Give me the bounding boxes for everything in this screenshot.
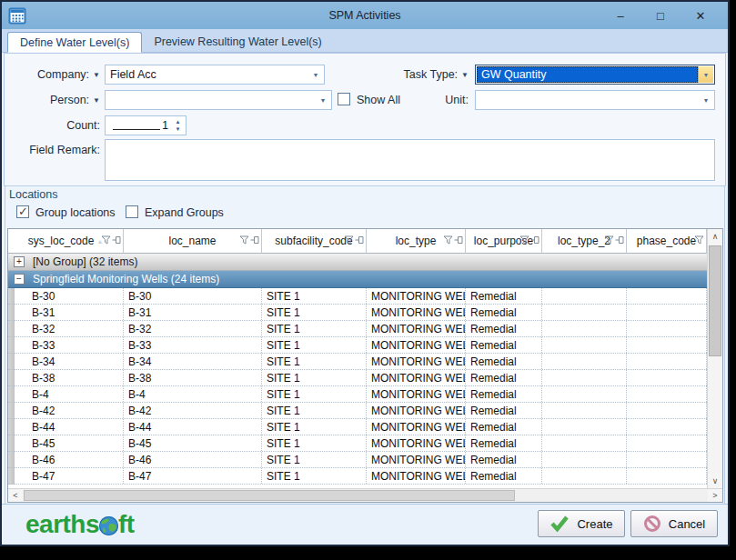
- close-button[interactable]: ✕: [681, 2, 721, 29]
- cell-loc_name: B-44: [124, 419, 262, 435]
- company-combobox[interactable]: Field Acc ▼: [105, 65, 325, 85]
- cell-loc_type: MONITORING WELL: [367, 354, 466, 369]
- cell-loc_type: MONITORING WELL: [367, 468, 466, 484]
- pin-icon[interactable]: [355, 235, 364, 247]
- location-row[interactable]: B-47B-47SITE 1MONITORING WELLRemedial: [8, 468, 707, 485]
- minimize-button[interactable]: –: [600, 2, 640, 29]
- scroll-down-icon[interactable]: ∨: [708, 474, 722, 488]
- filter-funnel-icon[interactable]: [604, 235, 614, 247]
- count-spinner[interactable]: 1 ▲ ▼: [105, 115, 187, 135]
- cell-sys_loc_code: B-4: [8, 386, 124, 402]
- column-header-sys_loc_code[interactable]: sys_loc_code▲: [8, 229, 124, 254]
- cell-subfacility_code: SITE 1: [262, 386, 367, 402]
- chevron-down-icon[interactable]: ▼: [699, 92, 713, 108]
- location-row[interactable]: B-42B-42SITE 1MONITORING WELLRemedial: [8, 403, 707, 419]
- vertical-scrollbar[interactable]: ∧ ∨: [707, 229, 722, 488]
- pin-icon[interactable]: [530, 235, 539, 247]
- column-header-loc_name[interactable]: loc_name: [124, 229, 262, 254]
- location-row[interactable]: B-38B-38SITE 1MONITORING WELLRemedial: [8, 370, 707, 386]
- person-combobox[interactable]: ▼: [105, 90, 332, 110]
- cell-subfacility_code: SITE 1: [262, 419, 367, 435]
- group-locations-checkbox[interactable]: [16, 205, 29, 218]
- filter-funnel-icon[interactable]: [101, 235, 111, 247]
- tab-define-water-levels[interactable]: Define Water Level(s): [7, 32, 142, 53]
- cell-loc_name: B-42: [124, 403, 262, 418]
- filter-funnel-icon[interactable]: [694, 235, 704, 247]
- create-button[interactable]: Create: [538, 510, 625, 537]
- horizontal-scrollbar-thumb[interactable]: [24, 490, 515, 501]
- show-all-checkbox[interactable]: [338, 93, 350, 105]
- cell-loc_purpose: Remedial: [466, 435, 542, 451]
- location-row[interactable]: B-45B-45SITE 1MONITORING WELLRemedial: [8, 435, 707, 452]
- task-type-combobox[interactable]: GW Quantity ▼: [475, 65, 715, 85]
- cell-loc_name: B-45: [124, 435, 262, 451]
- filter-funnel-icon[interactable]: [239, 235, 249, 247]
- chevron-down-icon[interactable]: ▼: [308, 66, 323, 83]
- cell-loc_name: B-31: [124, 305, 262, 320]
- expand-groups-checkbox[interactable]: [126, 205, 138, 218]
- column-header-phase_code[interactable]: phase_code: [627, 229, 707, 254]
- location-row[interactable]: B-30B-30SITE 1MONITORING WELLRemedial: [8, 288, 707, 305]
- location-row[interactable]: B-33B-33SITE 1MONITORING WELLRemedial: [8, 337, 707, 354]
- cell-loc_type: MONITORING WELL: [367, 305, 466, 320]
- chevron-down-icon[interactable]: ▼: [698, 66, 713, 83]
- column-header-loc_purpose[interactable]: loc_purpose: [466, 229, 542, 254]
- pin-icon[interactable]: [615, 235, 624, 247]
- vertical-scrollbar-thumb[interactable]: [709, 245, 721, 356]
- cell-subfacility_code: SITE 1: [262, 452, 367, 467]
- cell-loc_type: MONITORING WELL: [367, 386, 466, 402]
- group-row[interactable]: −Springfield Monitoring Wells (24 items): [8, 271, 707, 288]
- scroll-left-icon[interactable]: <: [8, 489, 23, 502]
- field-remark-label: Field Remark:: [9, 144, 100, 156]
- filter-funnel-icon[interactable]: [443, 235, 453, 247]
- group-row[interactable]: +[No Group] (32 items): [8, 254, 707, 271]
- collapse-group-icon[interactable]: −: [14, 274, 25, 285]
- filter-funnel-icon[interactable]: [344, 235, 354, 247]
- location-row[interactable]: B-31B-31SITE 1MONITORING WELLRemedial: [8, 305, 707, 321]
- spin-up-button[interactable]: ▲: [172, 118, 184, 125]
- chevron-down-icon[interactable]: ▼: [316, 92, 330, 108]
- grid-header-row: sys_loc_code▲loc_namesubfacility_codeloc…: [8, 229, 707, 254]
- field-remark-input[interactable]: [105, 139, 715, 181]
- location-row[interactable]: B-44B-44SITE 1MONITORING WELLRemedial: [8, 419, 707, 435]
- scroll-right-icon[interactable]: >: [708, 489, 722, 502]
- location-row[interactable]: B-4B-4SITE 1MONITORING WELLRemedial: [8, 386, 707, 403]
- label-dropdown-icon[interactable]: ▼: [93, 71, 100, 79]
- cell-sys_loc_code: B-46: [8, 452, 124, 467]
- unit-combobox[interactable]: ▼: [475, 90, 715, 110]
- tab-preview-resulting-water-levels[interactable]: Preview Resulting Water Level(s): [142, 31, 333, 52]
- desktop-background: SPM Activities – □ ✕ Define Water Level(…: [0, 0, 736, 560]
- cell-loc_type_2: [542, 435, 627, 451]
- pin-icon[interactable]: [250, 235, 259, 247]
- column-header-loc_type_2[interactable]: loc_type_2: [542, 229, 627, 254]
- label-dropdown-icon[interactable]: ▼: [93, 96, 100, 105]
- location-row[interactable]: B-46B-46SITE 1MONITORING WELLRemedial: [8, 452, 707, 468]
- spin-down-button[interactable]: ▼: [172, 125, 184, 133]
- cell-sys_loc_code: B-38: [8, 370, 124, 385]
- column-header-subfacility_code[interactable]: subfacility_code: [262, 229, 367, 254]
- location-row[interactable]: B-32B-32SITE 1MONITORING WELLRemedial: [8, 321, 707, 337]
- titlebar[interactable]: SPM Activities – □ ✕: [2, 2, 728, 29]
- maximize-button[interactable]: □: [640, 2, 681, 29]
- cell-loc_purpose: Remedial: [466, 337, 542, 353]
- cell-sys_loc_code: B-34: [8, 354, 124, 369]
- cell-loc_type: MONITORING WELL: [367, 370, 466, 385]
- location-row[interactable]: B-34B-34SITE 1MONITORING WELLRemedial: [8, 354, 707, 370]
- cell-loc_type: MONITORING WELL: [367, 452, 466, 467]
- scroll-up-icon[interactable]: ∧: [708, 229, 722, 244]
- pin-icon[interactable]: [112, 235, 121, 247]
- cell-subfacility_code: SITE 1: [262, 370, 367, 385]
- cancel-button[interactable]: Cancel: [630, 510, 718, 537]
- filter-funnel-icon[interactable]: [519, 235, 529, 247]
- cell-loc_name: B-38: [124, 370, 262, 385]
- cell-loc_type: MONITORING WELL: [367, 288, 466, 304]
- horizontal-scrollbar[interactable]: < >: [8, 488, 722, 502]
- spm-activities-window: SPM Activities – □ ✕ Define Water Level(…: [0, 0, 730, 546]
- cell-loc_name: B-46: [124, 452, 262, 467]
- cell-sys_loc_code: B-30: [8, 288, 124, 304]
- pin-icon[interactable]: [454, 235, 463, 247]
- expand-group-icon[interactable]: +: [14, 256, 25, 267]
- label-dropdown-icon[interactable]: ▼: [461, 71, 469, 79]
- cell-phase_code: [627, 288, 707, 304]
- column-header-loc_type[interactable]: loc_type: [367, 229, 466, 254]
